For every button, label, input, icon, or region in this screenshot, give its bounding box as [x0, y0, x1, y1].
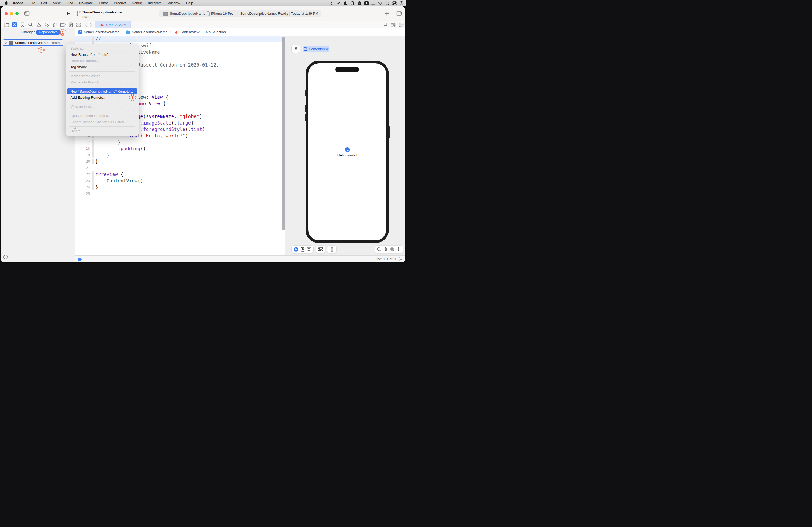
header-row: ContentView [1, 21, 405, 28]
menu-xcode[interactable]: Xcode [10, 0, 27, 6]
menu-debug[interactable]: Debug [129, 0, 145, 6]
menu-file[interactable]: File [27, 0, 38, 6]
code-line-23[interactable]: 23 ContentView() [75, 178, 285, 184]
zoom-fit-icon[interactable] [390, 247, 395, 252]
zoom-controls-group: 1 [375, 245, 403, 253]
menu-item-tag-main[interactable]: Tag “main”… [67, 64, 137, 70]
minimap-icon[interactable] [390, 22, 395, 27]
breadcrumb-item[interactable]: No Selection [206, 30, 226, 34]
menu-item-merge-into-branch: Merge into Branch… [67, 79, 137, 85]
chevron-left-icon[interactable] [329, 1, 334, 6]
code-line-1[interactable]: 1// [75, 36, 285, 42]
run-button[interactable] [66, 11, 70, 16]
sidebar-tab-bookmarks-navigator[interactable] [18, 22, 27, 28]
zoom-in-icon[interactable] [396, 247, 401, 252]
preview-contentview-pill[interactable]: ContentView [303, 46, 330, 52]
line-number: 1 [75, 36, 90, 42]
editor-bottom-bar-toggle-icon[interactable] [399, 257, 403, 261]
sidebar-tab-reports-navigator[interactable] [67, 22, 75, 28]
zoom-window-button[interactable] [15, 12, 18, 15]
clock-icon[interactable] [399, 1, 404, 6]
code-line-19[interactable]: 19 } [75, 152, 285, 158]
minimize-window-button[interactable] [10, 12, 13, 15]
device-icon[interactable] [331, 247, 334, 252]
repo-row-somedescriptivename[interactable]: SomeDescriptiveName main [3, 40, 63, 46]
rocket-icon[interactable] [336, 1, 341, 6]
variants-icon[interactable] [307, 247, 311, 252]
breadcrumb-item[interactable]: ASomeDescriptiveName [78, 30, 119, 34]
code-line-22[interactable]: 22#Preview { [75, 171, 285, 178]
disclosure-chevron-icon[interactable] [5, 41, 7, 44]
breadcrumb-item[interactable]: SomeDescriptiveName [126, 30, 168, 34]
live-preview-icon[interactable] [294, 247, 298, 252]
sidebar-tab-project-navigator[interactable] [2, 22, 11, 28]
tab-repositories[interactable]: Repositories [36, 30, 61, 35]
menu-product[interactable]: Product [111, 0, 129, 6]
sidebar-tab-debug-navigator[interactable] [51, 22, 59, 28]
editor-tab-contentview[interactable]: ContentView [95, 21, 131, 28]
menu-navigate[interactable]: Navigate [76, 0, 96, 6]
scheme-destination[interactable]: iPhone 16 Pro [211, 12, 233, 16]
go-back-icon[interactable] [84, 22, 87, 27]
breadcrumb: ASomeDescriptiveName〉SomeDescriptiveName… [78, 28, 226, 36]
moon-icon[interactable] [343, 1, 348, 6]
wifi-icon[interactable] [378, 1, 383, 6]
code-line-18[interactable]: 18 .padding() [75, 146, 285, 152]
code-line-21[interactable]: 21 [75, 165, 285, 171]
control-center-icon[interactable] [392, 1, 397, 6]
sidebar-tab-source-control-navigator[interactable] [11, 22, 18, 28]
close-window-button[interactable] [4, 12, 8, 15]
code-line-17[interactable]: 17 } [75, 139, 285, 146]
spotlight-search-icon[interactable] [385, 1, 390, 6]
pin-preview-button[interactable] [292, 45, 300, 52]
menu-item-new-somedescriptivename-remote[interactable]: New “SomeDescriptiveName” Remote… [67, 88, 137, 94]
input-source-a-icon[interactable]: A [364, 1, 369, 6]
sidebar-tab-issues-navigator[interactable] [35, 22, 43, 28]
go-forward-icon[interactable] [90, 22, 93, 27]
scheme-target[interactable]: SomeDescriptiveName [170, 12, 205, 16]
menu-item-new-branch-from-main[interactable]: New Branch from “main”… [67, 51, 137, 58]
add-button-plus-icon[interactable] [385, 11, 389, 16]
toggle-navigator-icon[interactable] [24, 11, 30, 16]
battery-icon[interactable] [371, 1, 376, 6]
menu-item-add-existing-remote[interactable]: Add Existing Remote… [67, 94, 137, 101]
line-number: 17 [75, 139, 90, 146]
line-number: 24 [75, 184, 90, 191]
breadcrumb-item[interactable]: ContentView [174, 30, 199, 34]
code-line-25[interactable]: 25 [75, 191, 285, 197]
menu-find[interactable]: Find [63, 0, 76, 6]
repo-branch: main [52, 41, 60, 45]
code-text: } [95, 152, 109, 158]
code-ribbon-segment [92, 139, 94, 158]
menu-edit[interactable]: Edit [38, 0, 50, 6]
apple-menu-icon[interactable] [4, 1, 9, 6]
project-title[interactable]: SomeDescriptiveName [83, 10, 122, 14]
menu-separator [69, 71, 135, 72]
breakpoints-toggle-icon[interactable] [78, 258, 82, 261]
device-settings-icon[interactable] [318, 247, 323, 252]
toggle-inspector-icon[interactable] [396, 11, 402, 16]
more-options-icon[interactable] [3, 255, 8, 259]
sidebar-tab-tests-navigator[interactable] [43, 22, 51, 28]
code-line-20[interactable]: 20} [75, 158, 285, 165]
svg-text:A: A [365, 2, 367, 5]
menu-help[interactable]: Help [183, 0, 196, 6]
menu-window[interactable]: Window [164, 0, 183, 6]
selectable-mode-icon[interactable] [301, 247, 305, 252]
cookie-icon[interactable] [357, 1, 362, 6]
project-branch: main [83, 15, 89, 18]
editor-scrollbar[interactable] [282, 37, 285, 230]
menu-editor[interactable]: Editor [96, 0, 111, 6]
menu-view[interactable]: View [50, 0, 63, 6]
display-contrast-icon[interactable] [350, 1, 355, 6]
tab-changes[interactable]: Changes [21, 30, 35, 34]
adjust-editor-icon[interactable] [383, 23, 388, 27]
related-items-icon[interactable] [76, 22, 81, 27]
menu-integrate[interactable]: Integrate [145, 0, 164, 6]
add-editor-icon[interactable] [399, 22, 404, 27]
code-line-24[interactable]: 24} [75, 184, 285, 191]
sidebar-tab-find-navigator[interactable] [27, 22, 35, 28]
zoom-out-icon[interactable] [377, 247, 381, 252]
sidebar-tab-breakpoints-navigator[interactable] [59, 22, 67, 28]
zoom-100-icon[interactable]: 1 [383, 247, 388, 252]
